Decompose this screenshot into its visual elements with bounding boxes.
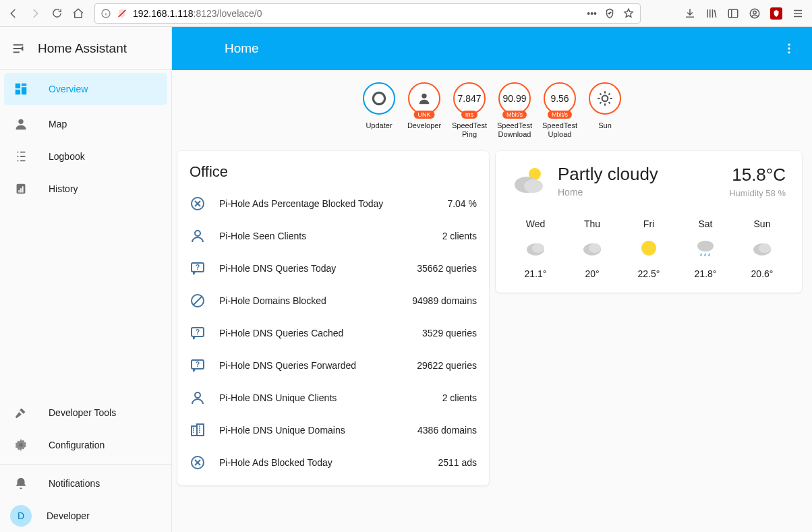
svg-point-18: [422, 94, 426, 98]
url-text: 192.168.1.118:8123/lovelace/0: [133, 8, 262, 19]
entity-row[interactable]: Pi-Hole Ads Blocked Today2511 ads: [190, 446, 477, 479]
entity-name: Pi-Hole DNS Queries Forwarded: [219, 360, 403, 371]
svg-point-19: [602, 96, 608, 102]
comment-q-icon: ?: [190, 260, 206, 276]
overflow-menu-icon[interactable]: [782, 42, 796, 55]
avatar: D: [10, 505, 32, 527]
app-title: Home Assistant: [38, 41, 127, 56]
svg-point-21: [195, 231, 200, 236]
badge-speedtest-upload[interactable]: 9.56Mbit/sSpeedTest Upload: [542, 82, 579, 139]
entity-row[interactable]: Pi-Hole DNS Unique Domains4386 domains: [190, 414, 477, 446]
page-actions-icon[interactable]: •••: [587, 8, 597, 19]
entity-row[interactable]: ?Pi-Hole DNS Queries Cached3529 queries: [190, 317, 477, 349]
weather-condition-icon: [512, 165, 547, 200]
sidebar-item-devtools[interactable]: Developer Tools: [0, 396, 171, 429]
url-bar[interactable]: 192.168.1.118:8123/lovelace/0 •••: [94, 3, 641, 24]
svg-point-3: [753, 11, 757, 14]
sidebar-label: Logbook: [49, 151, 85, 162]
comment-q-icon: ?: [190, 325, 206, 341]
entity-row[interactable]: ?Pi-Hole DNS Queries Forwarded29622 quer…: [190, 349, 477, 382]
sidebar-item-logbook[interactable]: Logbook: [0, 140, 171, 173]
svg-point-35: [524, 179, 543, 193]
library-icon[interactable]: [705, 7, 718, 20]
downloads-icon[interactable]: [684, 7, 696, 20]
forecast-temp: 21.1°: [512, 268, 559, 279]
sidebar-item-overview[interactable]: Overview: [4, 73, 167, 105]
forecast-day-name: Sat: [682, 218, 729, 229]
topbar: Home: [172, 27, 812, 70]
sidebar-item-notifications[interactable]: Notifications: [0, 467, 171, 500]
comment-q-icon: ?: [190, 357, 206, 374]
home-button[interactable]: [69, 4, 88, 23]
entity-value: 94989 domains: [412, 295, 477, 306]
ublock-icon[interactable]: [770, 7, 782, 20]
history-icon: [13, 181, 28, 196]
badge-speedtest-ping[interactable]: 7.847msSpeedTest Ping: [451, 82, 488, 139]
security-icon[interactable]: [117, 8, 127, 19]
office-card: Office Pi-Hole Ads Percentage Blocked To…: [177, 151, 489, 485]
account-icon: [190, 228, 206, 244]
back-button[interactable]: [4, 4, 23, 23]
sidebar-item-configuration[interactable]: Configuration: [0, 429, 171, 461]
entity-name: Pi-Hole DNS Queries Today: [219, 263, 403, 274]
svg-point-43: [759, 243, 771, 253]
page-title: Home: [225, 41, 259, 56]
weather-location: Home: [558, 187, 658, 198]
entity-value: 7.04 %: [447, 198, 477, 209]
card-title: Office: [190, 163, 477, 181]
svg-rect-30: [192, 426, 197, 436]
reload-button[interactable]: [47, 4, 66, 23]
svg-rect-7: [16, 90, 20, 94]
sidebar-item-map[interactable]: Map: [0, 108, 171, 140]
forecast-day: Fri22.5°: [625, 218, 672, 279]
entity-row[interactable]: Pi-Hole Domains Blocked94989 domains: [190, 285, 477, 317]
main-content: Home UpdaterUNKDeveloper7.847msSpeedTest…: [172, 27, 812, 532]
entity-value: 3529 queries: [422, 328, 477, 338]
logbook-icon: [13, 149, 28, 164]
weather-card[interactable]: Partly cloudy Home 15.8°C Humidity 58 % …: [496, 151, 802, 293]
forecast-day-name: Fri: [625, 218, 672, 229]
weather-cloudy-icon: [523, 236, 548, 260]
entity-value: 29622 queries: [417, 360, 477, 371]
sidebar-item-developer[interactable]: D Developer: [0, 500, 171, 532]
sidebar-label: Developer Tools: [49, 407, 116, 418]
entity-row[interactable]: Pi-Hole Ads Percentage Blocked Today7.04…: [190, 187, 477, 220]
browser-toolbar: 192.168.1.118:8123/lovelace/0 •••: [0, 0, 812, 27]
entity-name: Pi-Hole Ads Percentage Blocked Today: [219, 198, 434, 209]
sidebar-item-history[interactable]: History: [0, 173, 171, 205]
forecast-day-name: Sun: [738, 218, 786, 229]
entity-name: Pi-Hole Seen Clients: [219, 231, 429, 241]
entity-row[interactable]: Pi-Hole DNS Unique Clients2 clients: [190, 382, 477, 414]
weather-condition: Partly cloudy: [558, 165, 658, 184]
entity-name: Pi-Hole DNS Unique Domains: [219, 425, 404, 436]
forecast-day-name: Wed: [512, 218, 559, 229]
svg-text:?: ?: [196, 264, 200, 271]
entity-name: Pi-Hole Ads Blocked Today: [219, 457, 424, 468]
reader-icon[interactable]: [604, 7, 616, 20]
menu-toggle-icon[interactable]: [11, 41, 26, 56]
bookmark-icon[interactable]: [622, 7, 635, 20]
svg-rect-12: [22, 186, 24, 192]
badge-updater[interactable]: Updater: [361, 82, 398, 139]
account-icon[interactable]: [749, 7, 761, 20]
forward-button[interactable]: [26, 4, 45, 23]
bell-icon: [13, 476, 28, 491]
entity-value: 2 clients: [442, 231, 477, 241]
badge-speedtest-download[interactable]: 90.99Mbit/sSpeedTest Download: [496, 82, 533, 139]
svg-rect-1: [728, 9, 738, 18]
badge-developer[interactable]: UNKDeveloper: [406, 82, 443, 139]
info-icon[interactable]: [100, 8, 111, 19]
svg-rect-11: [20, 188, 22, 192]
svg-text:?: ?: [196, 328, 200, 336]
sidebar-icon[interactable]: [727, 7, 739, 20]
entity-row[interactable]: Pi-Hole Seen Clients2 clients: [190, 220, 477, 252]
svg-text:?: ?: [196, 361, 200, 368]
svg-rect-5: [22, 84, 26, 86]
sidebar-label: Notifications: [49, 478, 100, 489]
weather-cloudy-icon: [580, 236, 604, 260]
entity-name: Pi-Hole DNS Unique Clients: [219, 392, 429, 403]
badge-sun[interactable]: Sun: [587, 82, 624, 139]
svg-point-15: [788, 47, 790, 49]
menu-icon[interactable]: [792, 7, 804, 20]
entity-row[interactable]: ?Pi-Hole DNS Queries Today35662 queries: [190, 252, 477, 285]
